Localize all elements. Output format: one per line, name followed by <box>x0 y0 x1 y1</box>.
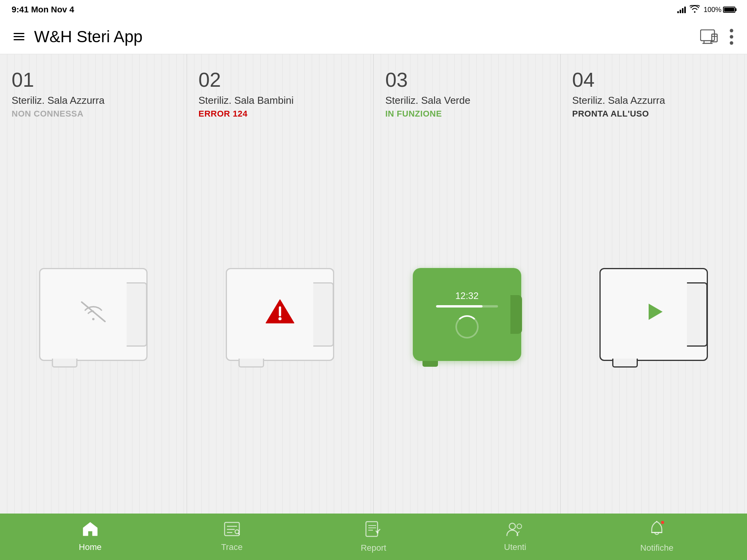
svg-point-11 <box>278 317 282 320</box>
svg-point-24 <box>517 524 522 529</box>
wifi-icon <box>690 5 700 15</box>
nav-item-report[interactable]: Report <box>342 517 404 557</box>
svg-point-8 <box>730 41 733 45</box>
progress-bar <box>436 305 498 307</box>
nav-label-trace: Trace <box>221 542 242 552</box>
monitor-icon <box>700 29 718 44</box>
device-grid: 01 Steriliz. Sala Azzurra NON CONNESSA <box>0 54 747 514</box>
utenti-icon <box>506 522 524 540</box>
notifiche-icon <box>649 521 664 541</box>
main-content: 01 Steriliz. Sala Azzurra NON CONNESSA <box>0 54 747 514</box>
device-illustration-04 <box>599 268 708 361</box>
warning-icon <box>264 297 295 332</box>
nav-item-trace[interactable]: Trace <box>201 518 263 556</box>
nav-label-notifiche: Notifiche <box>640 543 673 553</box>
device-status-04: PRONTA ALL'USO <box>572 109 736 119</box>
status-time-date: 9:41 Mon Nov 4 <box>12 5 74 15</box>
device-name-04: Steriliz. Sala Azzurra <box>572 94 736 107</box>
running-device-display: 12:32 <box>413 268 521 361</box>
nav-label-utenti: Utenti <box>504 542 526 552</box>
nav-item-home[interactable]: Home <box>59 518 121 556</box>
nav-label-report: Report <box>361 543 386 553</box>
device-number-01: 01 <box>12 70 175 90</box>
home-icon <box>82 522 98 540</box>
status-indicators: 100% <box>677 5 735 15</box>
spinner-icon <box>455 315 479 338</box>
svg-rect-18 <box>366 522 378 536</box>
nav-item-utenti[interactable]: Utenti <box>484 518 546 556</box>
device-illustration-01 <box>39 268 148 361</box>
device-name-03: Steriliz. Sala Verde <box>385 94 549 107</box>
device-name-01: Steriliz. Sala Azzurra <box>12 94 175 107</box>
report-icon <box>365 521 381 541</box>
device-card-02[interactable]: 02 Steriliz. Sala Bambini ERROR 124 <box>187 54 374 514</box>
signal-icon <box>677 6 686 13</box>
trace-icon <box>224 522 240 540</box>
device-icon-area-01 <box>12 131 175 498</box>
svg-point-6 <box>730 29 733 32</box>
device-icon-area-03: 12:32 <box>385 131 549 498</box>
nav-item-notifiche[interactable]: Notifiche <box>626 517 688 557</box>
svg-marker-12 <box>649 304 663 320</box>
device-icon-area-02 <box>199 131 362 498</box>
more-options-button[interactable] <box>728 26 735 47</box>
app-title: W&H Steri App <box>34 27 143 46</box>
device-illustration-02 <box>226 268 334 361</box>
bottom-navigation: Home Trace Repor <box>0 514 747 560</box>
device-card-01[interactable]: 01 Steriliz. Sala Azzurra NON CONNESSA <box>0 54 187 514</box>
app-header: W&H Steri App <box>0 19 747 54</box>
notification-badge-dot <box>660 520 665 525</box>
monitor-icon-button[interactable] <box>698 27 720 46</box>
no-wifi-icon <box>80 300 107 328</box>
running-time: 12:32 <box>455 290 479 301</box>
hamburger-menu[interactable] <box>12 31 26 42</box>
status-bar: 9:41 Mon Nov 4 100% <box>0 0 747 19</box>
device-status-02: ERROR 124 <box>199 109 362 119</box>
device-status-03: IN FUNZIONE <box>385 109 549 119</box>
device-card-03[interactable]: 03 Steriliz. Sala Verde IN FUNZIONE 12:3… <box>374 54 561 514</box>
device-number-02: 02 <box>199 70 362 90</box>
nav-label-home: Home <box>79 542 102 552</box>
device-icon-area-04 <box>572 131 736 498</box>
device-number-03: 03 <box>385 70 549 90</box>
device-number-04: 04 <box>572 70 736 90</box>
device-illustration-03: 12:32 <box>413 268 521 361</box>
svg-point-23 <box>509 523 515 529</box>
battery-icon: 100% <box>704 6 735 14</box>
svg-rect-0 <box>701 30 714 41</box>
device-status-01: NON CONNESSA <box>12 109 175 119</box>
more-options-icon <box>730 28 733 45</box>
device-name-02: Steriliz. Sala Bambini <box>199 94 362 107</box>
play-icon <box>640 298 667 331</box>
svg-point-7 <box>730 35 733 38</box>
device-card-04[interactable]: 04 Steriliz. Sala Azzurra PRONTA ALL'USO <box>561 54 747 514</box>
